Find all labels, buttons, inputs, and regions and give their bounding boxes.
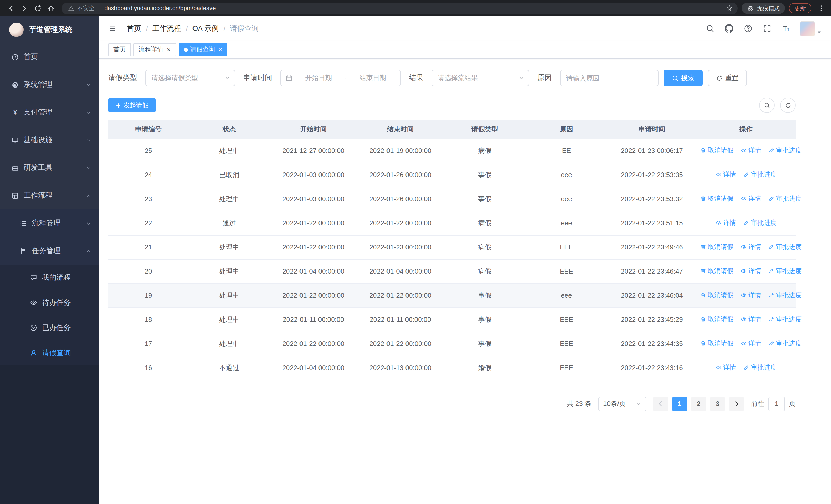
sidebar-item-home[interactable]: 首页	[0, 43, 99, 71]
leave-type-placeholder: 请选择请假类型	[151, 73, 198, 83]
font-size-button[interactable]: TT	[781, 23, 791, 34]
header-search-button[interactable]	[705, 23, 715, 34]
sidebar-item-task-mgmt[interactable]: 任务管理	[0, 237, 99, 265]
leave-type-cell: 事假	[444, 187, 525, 211]
browser-home-button[interactable]	[44, 2, 57, 15]
cancel-link[interactable]: 取消请假	[700, 339, 734, 348]
trash-icon	[700, 268, 706, 274]
page-1-button[interactable]: 1	[672, 396, 687, 411]
result-select[interactable]: 请选择流结果	[432, 70, 529, 86]
browser-forward-button[interactable]	[18, 2, 31, 15]
row-actions: 详情审批进度	[696, 163, 796, 187]
sidebar-item-workflow[interactable]: 工作流程	[0, 182, 99, 209]
user-menu[interactable]	[800, 21, 822, 36]
apply-time-range-picker[interactable]: 开始日期 - 结束日期	[280, 70, 401, 86]
tab-close-icon[interactable]: ×	[219, 46, 222, 53]
progress-link[interactable]: 审批进度	[768, 195, 802, 203]
detail-link[interactable]: 详情	[741, 339, 761, 348]
logo-avatar-image	[9, 23, 24, 37]
sidebar-item-infrastructure[interactable]: 基础设施	[0, 126, 99, 154]
breadcrumb-item[interactable]: 工作流程	[152, 24, 181, 33]
prev-page-button[interactable]	[653, 396, 668, 411]
cancel-link[interactable]: 取消请假	[700, 267, 734, 276]
refresh-table-button[interactable]	[780, 97, 796, 113]
breadcrumb-item[interactable]: OA 示例	[193, 24, 219, 33]
detail-link[interactable]: 详情	[716, 363, 736, 372]
cancel-link[interactable]: 取消请假	[700, 195, 734, 203]
sidebar-item-leave-query[interactable]: 请假查询	[0, 340, 99, 365]
breadcrumb-item[interactable]: 首页	[127, 24, 141, 33]
page-3-button[interactable]: 3	[710, 396, 725, 411]
sidebar-item-done-tasks[interactable]: 已办任务	[0, 315, 99, 340]
tab-process-detail[interactable]: 流程详情×	[134, 43, 176, 56]
leave-type-select[interactable]: 请选择请假类型	[145, 70, 235, 86]
detail-link[interactable]: 详情	[741, 291, 761, 300]
tab-home[interactable]: 首页	[108, 43, 131, 56]
app-logo[interactable]: 芋道管理系统	[0, 17, 99, 43]
cancel-link[interactable]: 取消请假	[700, 291, 734, 300]
browser-update-button[interactable]: 更新	[789, 3, 811, 13]
edit-icon	[743, 172, 749, 178]
browser-back-button[interactable]	[4, 2, 18, 15]
create-leave-label: 发起请假	[124, 101, 148, 110]
detail-link[interactable]: 详情	[716, 219, 736, 227]
search-button[interactable]: 搜索	[664, 70, 703, 86]
detail-link[interactable]: 详情	[741, 146, 761, 155]
status-cell: 不通过	[189, 356, 270, 380]
forward-icon	[20, 4, 28, 12]
chevron-down-icon	[86, 137, 91, 143]
page-2-button[interactable]: 2	[691, 396, 706, 411]
bookmark-star-button[interactable]	[724, 3, 735, 14]
progress-link[interactable]: 审批进度	[768, 146, 802, 155]
edit-icon	[768, 196, 775, 202]
table-row: 18处理中2022-01-11 00:00:002022-01-11 00:00…	[108, 307, 796, 331]
sidebar-item-process-mgmt[interactable]: 流程管理	[0, 209, 99, 237]
progress-link[interactable]: 审批进度	[768, 291, 802, 300]
progress-link[interactable]: 审批进度	[768, 267, 802, 276]
detail-link[interactable]: 详情	[741, 315, 761, 324]
sidebar-filler	[0, 365, 99, 504]
detail-link[interactable]: 详情	[741, 243, 761, 251]
apply-id-cell: 19	[108, 283, 189, 307]
apply-time-cell: 2022-01-23 00:06:17	[607, 139, 696, 163]
toggle-search-button[interactable]	[759, 97, 775, 113]
cancel-link[interactable]: 取消请假	[700, 315, 734, 324]
browser-reload-button[interactable]	[31, 2, 44, 15]
status-cell: 处理中	[189, 187, 270, 211]
sidebar-collapse-button[interactable]	[106, 22, 119, 35]
detail-link[interactable]: 详情	[741, 195, 761, 203]
sidebar-item-system[interactable]: 系统管理	[0, 71, 99, 98]
kebab-icon	[818, 5, 825, 12]
sidebar-item-my-process[interactable]: 我的流程	[0, 265, 99, 290]
progress-link[interactable]: 审批进度	[743, 170, 777, 179]
eye-icon	[741, 196, 747, 202]
page-size-select[interactable]: 10条/页	[599, 396, 646, 411]
progress-link[interactable]: 审批进度	[743, 219, 777, 227]
cancel-link[interactable]: 取消请假	[700, 146, 734, 155]
help-button[interactable]	[743, 23, 753, 34]
progress-link[interactable]: 审批进度	[768, 243, 802, 251]
table-row: 24已取消2022-01-03 00:00:002022-01-26 00:00…	[108, 163, 796, 187]
detail-link[interactable]: 详情	[741, 267, 761, 276]
screen: 不安全 dashboard.yudao.iocoder.cn/bpm/oa/le…	[0, 0, 831, 504]
browser-address-bar[interactable]: 不安全 dashboard.yudao.iocoder.cn/bpm/oa/le…	[62, 2, 738, 14]
tab-leave-query[interactable]: 请假查询×	[178, 43, 227, 56]
sidebar-item-payment[interactable]: ¥支付管理	[0, 98, 99, 126]
progress-link[interactable]: 审批进度	[743, 363, 777, 372]
sidebar-item-todo-tasks[interactable]: 待办任务	[0, 290, 99, 315]
browser-menu-button[interactable]	[815, 2, 827, 15]
github-button[interactable]	[724, 23, 734, 34]
next-page-button[interactable]	[729, 396, 744, 411]
detail-link[interactable]: 详情	[716, 170, 736, 179]
reset-button[interactable]: 重置	[708, 70, 747, 86]
incognito-label: 无痕模式	[757, 4, 780, 12]
cancel-link[interactable]: 取消请假	[700, 243, 734, 251]
fullscreen-button[interactable]	[762, 23, 772, 34]
tab-close-icon[interactable]: ×	[167, 46, 171, 53]
create-leave-button[interactable]: 发起请假	[108, 98, 155, 112]
progress-link[interactable]: 审批进度	[768, 315, 802, 324]
reason-input[interactable]	[560, 70, 659, 86]
sidebar-item-devtools[interactable]: 研发工具	[0, 154, 99, 182]
progress-link[interactable]: 审批进度	[768, 339, 802, 348]
goto-page-input[interactable]	[768, 396, 785, 411]
